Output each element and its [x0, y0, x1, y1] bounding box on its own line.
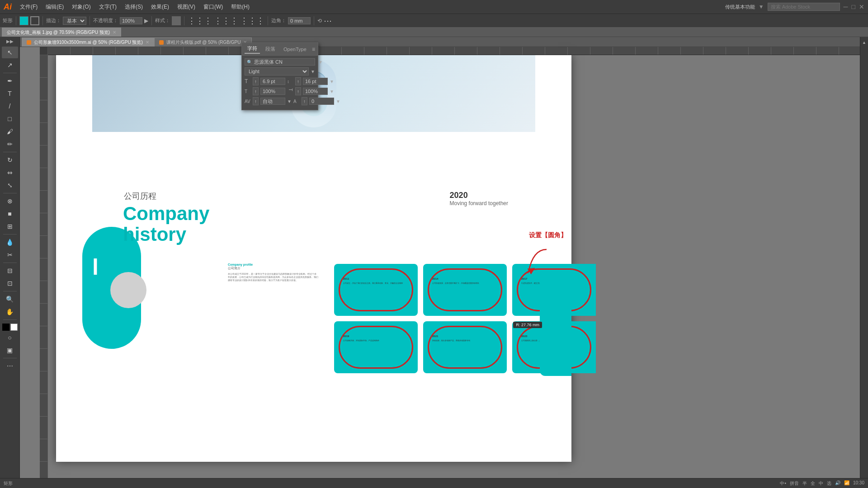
status-item-1[interactable]: 中• [780, 480, 786, 487]
baseline-dropdown[interactable]: ▼ [336, 99, 340, 104]
window-minimize[interactable]: ─ [844, 3, 848, 10]
font-panel-close[interactable]: ≡ [312, 46, 315, 52]
font-panel-body: 🔍 ▼ Light Regular Bold ▼ T ↑ ↕ ↑ ▼ T ↑ [242, 56, 318, 110]
eyedropper-tool[interactable]: 💧 [2, 236, 18, 248]
scale-v-dropdown[interactable]: ▼ [330, 89, 334, 94]
selection-tool[interactable]: ↖ [2, 47, 18, 58]
baseline-up[interactable]: ↑ [302, 97, 307, 105]
screen-mode[interactable]: ▣ [2, 344, 18, 356]
sep6 [268, 16, 268, 25]
status-item-4[interactable]: 全 [811, 480, 815, 487]
right-sidebar: ▲ [860, 37, 868, 478]
rotate-tool[interactable]: ↻ [2, 154, 18, 166]
tracking-up[interactable]: ↑ [253, 97, 259, 105]
menu-file[interactable]: 文件(F) [16, 2, 41, 12]
scale-v-up[interactable]: ↑ [295, 87, 301, 95]
font-weight-dropdown[interactable]: ▼ [311, 69, 315, 74]
status-item-6[interactable]: 选 [827, 480, 831, 487]
menu-window[interactable]: 窗口(W) [200, 2, 226, 12]
window-restore[interactable]: □ [852, 3, 855, 10]
mirror-tool[interactable]: ⇔ [2, 167, 18, 178]
window-close[interactable]: ✕ [859, 3, 864, 10]
baseline-input[interactable] [309, 98, 334, 105]
panel-expand[interactable]: ▶▶ [6, 39, 14, 44]
canvas-tab-1[interactable]: 公司形象墙9100x3500mm.ai @ 50% (RGB/GPU 预览) ✕ [22, 38, 154, 47]
line-tool[interactable]: / [2, 100, 18, 112]
align-icon: ⋮⋮⋮ [188, 16, 212, 26]
font-size-up[interactable]: ↑ [253, 77, 259, 85]
corner-input[interactable] [288, 17, 311, 24]
style-swatch[interactable] [172, 16, 181, 25]
drawing-mode[interactable]: ○ [2, 332, 18, 343]
background-color[interactable] [10, 324, 18, 331]
font-search-row: 🔍 ▼ [245, 58, 315, 66]
status-bar: 矩形 中• 拼音 半 全 中 选 🔊 📶 10:30 [0, 478, 868, 488]
tracking-input[interactable] [260, 98, 285, 105]
direct-select-tool[interactable]: ↗ [2, 59, 18, 71]
scale-h-up[interactable]: ↑ [253, 87, 259, 95]
hand-tool[interactable]: ✋ [2, 306, 18, 318]
card-5: 2021 持续创新，推出多项新产品，荣获多项国家专利 [423, 321, 507, 373]
menu-help[interactable]: 帮助(H) [227, 2, 253, 12]
menu-edit[interactable]: 编辑(E) [42, 2, 67, 12]
workspace-label[interactable]: 传统基本功能 [725, 4, 755, 10]
scale-h-input[interactable] [260, 88, 285, 95]
sidebar-tab-1[interactable]: ▲ [861, 39, 868, 46]
status-item-3[interactable]: 半 [802, 480, 807, 487]
canvas-tab-1-close[interactable]: ✕ [146, 40, 149, 45]
menu-select[interactable]: 选择(S) [121, 2, 146, 12]
tooltip-box: R: 27.76 mm [513, 322, 542, 328]
scale-tool[interactable]: ⤡ [2, 179, 18, 191]
status-item-2[interactable]: 拼音 [790, 480, 799, 487]
artboard-tool[interactable]: ⊟ [2, 265, 18, 277]
paintbrush-tool[interactable]: 🖌 [2, 126, 18, 137]
file-tab-close[interactable]: ✕ [113, 30, 116, 35]
zoom-tool[interactable]: 🔍 [2, 293, 18, 305]
leading-up[interactable]: ↑ [295, 77, 301, 85]
font-name-input[interactable] [254, 59, 316, 65]
transform-icon[interactable]: ⟲ [317, 18, 322, 24]
slice-tool[interactable]: ⊡ [2, 277, 18, 289]
tracking-dropdown[interactable]: ▼ [287, 99, 292, 104]
text-tool[interactable]: T [2, 88, 18, 99]
more-tools[interactable]: ⋯ [2, 360, 18, 372]
opacity-input[interactable] [120, 17, 142, 24]
stroke-select[interactable]: 基本 [63, 17, 86, 25]
menu-object[interactable]: 对象(O) [68, 2, 94, 12]
ruler-corner [40, 47, 48, 55]
font-weight-select[interactable]: Light Regular Bold [245, 67, 309, 75]
canvas-tab-2[interactable]: 课程片头模版.pdf @ 50% (RGB/GPU ✕ [154, 38, 252, 47]
rect-tool[interactable]: □ [2, 113, 18, 125]
status-item-5[interactable]: 中 [819, 480, 823, 487]
foreground-color[interactable] [2, 324, 9, 331]
opacity-arrow[interactable]: ▶ [144, 18, 148, 24]
leading-dropdown[interactable]: ▼ [330, 79, 334, 84]
menu-effect[interactable]: 效果(E) [147, 2, 173, 12]
blend-tool[interactable]: ⊗ [2, 195, 18, 207]
file-tab-active[interactable]: 公司文化墙_画板 1.jpg @ 70.59% (RGB/GPU 预览) ✕ [2, 28, 121, 37]
menu-text[interactable]: 文字(T) [95, 2, 120, 12]
sep1 [16, 16, 16, 25]
stroke-color[interactable] [30, 16, 39, 25]
leading-input[interactable] [303, 78, 328, 85]
font-tab-opentype[interactable]: OpenType [281, 46, 309, 53]
pen-tool[interactable]: ✒ [2, 75, 18, 87]
adobe-stock-search[interactable] [768, 3, 840, 11]
fill-color[interactable] [19, 16, 28, 25]
more-icon[interactable]: ⋯ [324, 16, 332, 26]
mesh-tool[interactable]: ⊞ [2, 221, 18, 232]
menu-view[interactable]: 视图(V) [174, 2, 199, 12]
font-panel-header: 字符 段落 OpenType ≡ [242, 43, 318, 56]
scale-v-input[interactable] [303, 88, 328, 95]
font-name-dropdown[interactable]: ▼ [318, 60, 323, 65]
file-tab-label: 公司文化墙_画板 1.jpg @ 70.59% (RGB/GPU 预览) [7, 29, 110, 36]
tool-sep5 [3, 263, 17, 263]
font-tab-para[interactable]: 段落 [263, 45, 278, 53]
search-icon: 🔍 [247, 60, 252, 65]
gradient-tool[interactable]: ■ [2, 208, 18, 220]
font-tab-char[interactable]: 字符 [245, 44, 260, 54]
pencil-tool[interactable]: ✏ [2, 138, 18, 150]
scissors-tool[interactable]: ✂ [2, 249, 18, 261]
year-subtitle: Moving forward together [450, 200, 508, 206]
font-size-input[interactable] [260, 78, 285, 85]
